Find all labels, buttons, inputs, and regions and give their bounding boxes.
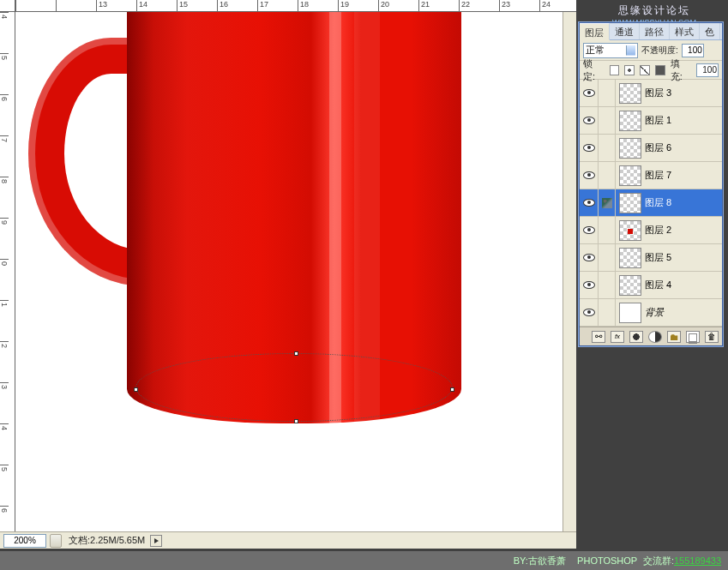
layer-name[interactable]: 背景: [645, 306, 664, 319]
transform-handle-right[interactable]: [450, 387, 454, 392]
layer-visibility-toggle[interactable]: [580, 244, 599, 272]
layer-thumbnail[interactable]: [619, 303, 641, 323]
eye-icon: [583, 117, 595, 124]
transform-handle-bottom[interactable]: [294, 419, 298, 423]
opacity-label: 不透明度:: [641, 45, 678, 57]
status-bar: 200% 文档:2.25M/5.65M: [0, 531, 576, 549]
fill-label: 填充:: [671, 57, 692, 83]
ruler-h-tick: [56, 0, 96, 12]
statusbar-flyout-button[interactable]: [150, 535, 162, 547]
layer-edit-col[interactable]: [599, 299, 616, 327]
layer-thumbnail[interactable]: [619, 220, 641, 241]
layers-panel-footer: [580, 327, 722, 345]
layer-name[interactable]: 图层 2: [645, 224, 671, 237]
transform-handle-top[interactable]: [294, 351, 298, 356]
tab-color[interactable]: 色: [700, 23, 720, 39]
layer-name[interactable]: 图层 4: [645, 279, 671, 291]
fill-input[interactable]: 100: [696, 63, 719, 77]
layer-edit-col[interactable]: [599, 80, 616, 107]
ruler-h-tick: [15, 0, 56, 12]
doc-size-label: 文档:2.25M/5.65M: [69, 534, 145, 547]
layer-row[interactable]: 图层 2: [580, 217, 722, 244]
layer-row[interactable]: 图层 1: [580, 107, 722, 135]
ruler-origin[interactable]: [0, 0, 15, 12]
blend-mode-select[interactable]: 正常: [583, 43, 638, 58]
layer-thumbnail[interactable]: [619, 111, 641, 131]
link-layers-icon[interactable]: [592, 331, 605, 343]
adjustment-layer-icon[interactable]: [648, 331, 662, 343]
watermark-title: 思缘设计论坛: [581, 3, 728, 18]
layer-thumbnail[interactable]: [619, 275, 641, 296]
layer-name[interactable]: 图层 7: [645, 169, 671, 182]
layer-name[interactable]: 图层 1: [645, 114, 671, 127]
layer-name[interactable]: 图层 5: [645, 251, 671, 264]
layer-thumbnail[interactable]: [619, 165, 641, 186]
tab-layers[interactable]: 图层: [580, 23, 610, 40]
ruler-horizontal[interactable]: 13141516171819202122232425: [15, 0, 576, 12]
ruler-v-tick: 0: [0, 259, 9, 300]
layer-mask-icon[interactable]: [629, 331, 643, 343]
tab-styles[interactable]: 样式: [670, 23, 700, 39]
ruler-v-tick: 4: [0, 12, 9, 53]
layer-visibility-toggle[interactable]: [580, 107, 599, 135]
delete-layer-icon[interactable]: [705, 331, 719, 343]
credit-group-label: 交流群:: [643, 555, 674, 566]
layer-thumbnail[interactable]: [619, 83, 641, 104]
layer-edit-col[interactable]: [599, 162, 616, 189]
layer-visibility-toggle[interactable]: [580, 80, 599, 107]
layer-visibility-toggle[interactable]: [580, 189, 599, 217]
layer-row[interactable]: 图层 7: [580, 162, 722, 189]
layer-row[interactable]: 背景: [580, 299, 722, 327]
layer-edit-col[interactable]: [599, 107, 616, 135]
layer-visibility-toggle[interactable]: [580, 135, 599, 162]
scrollbar-vertical[interactable]: [563, 12, 576, 531]
layer-thumbnail[interactable]: [619, 138, 641, 159]
statusbar-grip[interactable]: [50, 534, 62, 548]
lock-transparent-icon[interactable]: [610, 65, 620, 75]
layer-visibility-toggle[interactable]: [580, 299, 599, 327]
layer-visibility-toggle[interactable]: [580, 162, 599, 189]
layer-name[interactable]: 图层 8: [645, 196, 671, 209]
layer-row[interactable]: 图层 5: [580, 244, 722, 272]
layer-edit-col[interactable]: [599, 217, 616, 244]
new-layer-icon[interactable]: [686, 331, 700, 343]
eye-icon: [583, 309, 595, 316]
layer-edit-col[interactable]: [599, 244, 616, 272]
layer-name[interactable]: 图层 3: [645, 87, 671, 99]
layer-thumbnail[interactable]: [619, 193, 641, 213]
transform-handle-left[interactable]: [134, 387, 138, 392]
layer-edit-col[interactable]: [599, 189, 616, 217]
layer-thumbnail[interactable]: [619, 248, 641, 268]
credit-group-id[interactable]: 155189433: [674, 555, 721, 566]
layer-group-icon[interactable]: [667, 331, 681, 343]
eye-icon: [583, 281, 595, 289]
eye-icon: [583, 226, 595, 234]
layer-row[interactable]: 图层 4: [580, 272, 722, 299]
lock-pixels-icon[interactable]: [624, 65, 635, 75]
ruler-v-tick: 6: [0, 94, 9, 135]
ruler-vertical[interactable]: 4567890123456: [0, 12, 15, 531]
ruler-h-tick: 20: [378, 0, 418, 12]
layer-visibility-toggle[interactable]: [580, 217, 599, 244]
tab-paths[interactable]: 路径: [640, 23, 670, 39]
layer-name[interactable]: 图层 6: [645, 141, 671, 154]
zoom-input[interactable]: 200%: [3, 534, 46, 548]
ruler-h-tick: 22: [459, 0, 499, 12]
canvas[interactable]: [15, 12, 576, 531]
credit-author: BY:古欲香萧: [514, 555, 566, 566]
layer-visibility-toggle[interactable]: [580, 272, 599, 299]
transform-selection-ellipse[interactable]: [135, 353, 453, 422]
layer-edit-col[interactable]: [599, 272, 616, 299]
layer-row[interactable]: 图层 8: [580, 189, 722, 217]
ruler-h-tick: 24: [539, 0, 576, 12]
opacity-input[interactable]: 100: [682, 44, 704, 57]
lock-all-icon[interactable]: [655, 65, 665, 75]
tab-channels[interactable]: 通道: [610, 23, 640, 39]
layer-row[interactable]: 图层 3: [580, 80, 722, 107]
lock-position-icon[interactable]: [640, 65, 650, 75]
eye-icon: [583, 254, 595, 261]
layer-row[interactable]: 图层 6: [580, 135, 722, 162]
layer-edit-col[interactable]: [599, 135, 616, 162]
layer-fx-icon[interactable]: [611, 331, 624, 343]
ruler-h-tick: 17: [257, 0, 298, 12]
